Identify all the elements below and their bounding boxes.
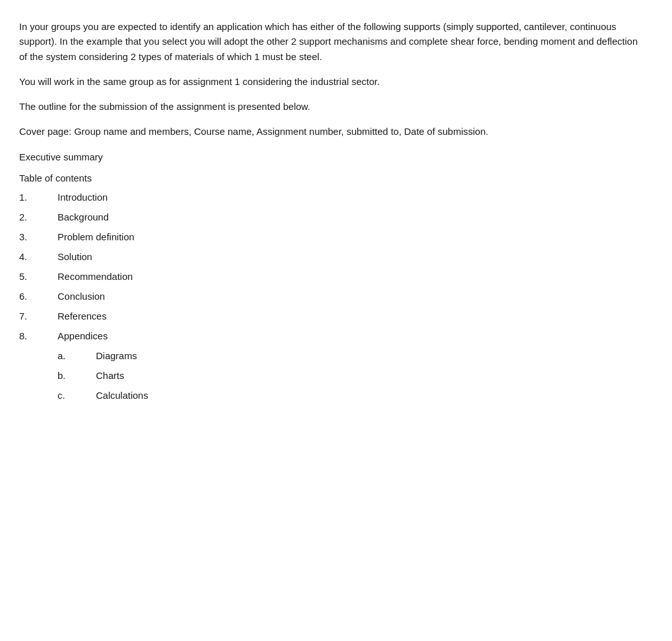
toc-label-1: Introduction — [58, 192, 107, 203]
toc-list: 1. Introduction 2. Background 3. Problem… — [19, 192, 646, 341]
toc-sub-label-b: Charts — [96, 370, 124, 381]
toc-sub-list: a. Diagrams b. Charts c. Calculations — [58, 350, 646, 401]
toc-label-7: References — [58, 311, 107, 321]
toc-number-1: 1. — [19, 192, 58, 203]
toc-item-4: 4. Solution — [19, 251, 646, 262]
toc-sub-letter-c: c. — [58, 390, 96, 401]
toc-sub-label-a: Diagrams — [96, 350, 137, 361]
toc-number-3: 3. — [19, 231, 58, 242]
toc-number-8: 8. — [19, 330, 58, 341]
toc-label-6: Conclusion — [58, 291, 105, 302]
toc-sub-letter-a: a. — [58, 350, 96, 361]
toc-item-7: 7. References — [19, 311, 646, 321]
toc-number-7: 7. — [19, 311, 58, 321]
toc-label-8: Appendices — [58, 330, 107, 341]
toc-sub-item-c: c. Calculations — [58, 390, 646, 401]
toc-sub-item-b: b. Charts — [58, 370, 646, 381]
toc-item-1: 1. Introduction — [19, 192, 646, 203]
toc-label-3: Problem definition — [58, 231, 134, 242]
paragraph-2: You will work in the same group as for a… — [19, 74, 646, 89]
paragraph-4: Cover page: Group name and members, Cour… — [19, 124, 646, 139]
toc-item-2: 2. Background — [19, 212, 646, 222]
toc-sub-letter-b: b. — [58, 370, 96, 381]
content-wrapper: In your groups you are expected to ident… — [19, 19, 646, 401]
paragraph-1: In your groups you are expected to ident… — [19, 19, 646, 64]
toc-label-4: Solution — [58, 251, 92, 262]
toc-label-5: Recommendation — [58, 271, 133, 282]
toc-item-5: 5. Recommendation — [19, 271, 646, 282]
toc-number-2: 2. — [19, 212, 58, 222]
table-of-contents-heading: Table of contents — [19, 171, 646, 185]
toc-item-6: 6. Conclusion — [19, 291, 646, 302]
toc-number-6: 6. — [19, 291, 58, 302]
toc-number-5: 5. — [19, 271, 58, 282]
toc-label-2: Background — [58, 212, 109, 222]
paragraph-3: The outline for the submission of the as… — [19, 99, 646, 114]
toc-item-8: 8. Appendices — [19, 330, 646, 341]
toc-number-4: 4. — [19, 251, 58, 262]
executive-summary-heading: Executive summary — [19, 150, 646, 164]
toc-item-3: 3. Problem definition — [19, 231, 646, 242]
toc-sub-label-c: Calculations — [96, 390, 148, 401]
toc-sub-item-a: a. Diagrams — [58, 350, 646, 361]
